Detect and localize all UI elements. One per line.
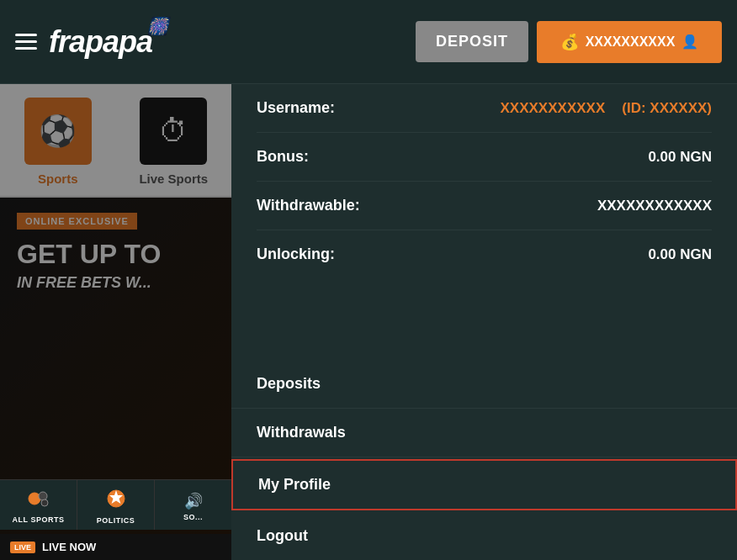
unlocking-label: Unlocking: — [257, 246, 335, 263]
svg-point-1 — [39, 492, 47, 500]
account-button[interactable]: 💰 XXXXXXXXXX 👤 — [537, 21, 722, 63]
category-tabs: ⚽ Sports ⏱ Live Sports — [0, 84, 231, 198]
promo-exclusive-label: ONLINE EXCLUSIVE — [17, 213, 137, 230]
user-info-section: Username: XXXXXXXXXXX (ID: XXXXXX) Bonus… — [231, 84, 737, 360]
sports-icon: ⚽ — [39, 114, 77, 149]
bonus-label: Bonus: — [257, 148, 309, 166]
tab-live-sports[interactable]: ⏱ Live Sports — [116, 84, 232, 196]
nav-so[interactable]: 🔊 SO... — [155, 480, 231, 530]
so-label: SO... — [183, 513, 203, 521]
so-icon: 🔊 — [184, 492, 203, 510]
unlocking-value: 0.00 NGN — [648, 246, 712, 263]
my-profile-menu-item[interactable]: My Profile — [231, 459, 737, 510]
live-sports-icon-wrap: ⏱ — [140, 98, 207, 165]
header-right: DEPOSIT 💰 XXXXXXXXXX 👤 — [416, 21, 722, 63]
deposits-menu-item[interactable]: Deposits — [231, 360, 737, 409]
promo-subtitle: IN FREE BETS W... — [17, 274, 215, 292]
nav-politics[interactable]: POLITICS — [77, 480, 155, 530]
bonus-row: Bonus: 0.00 NGN — [257, 133, 712, 182]
main-content: ⚽ Sports ⏱ Live Sports ONLINE EXCLUSIVE … — [0, 84, 737, 560]
username-row: Username: XXXXXXXXXXX (ID: XXXXXX) — [257, 84, 712, 133]
all-sports-icon — [28, 489, 50, 513]
live-now-text: LIVE NOW — [42, 541, 96, 553]
nav-all-sports[interactable]: ALL SPORTS — [0, 480, 77, 530]
live-badge: LIVE — [10, 542, 35, 553]
user-dropdown: Username: XXXXXXXXXXX (ID: XXXXXX) Bonus… — [231, 84, 737, 560]
header-left: frapapa 🎆 — [15, 24, 152, 60]
live-now-bar: LIVE LIVE NOW — [0, 534, 231, 560]
logo: frapapa 🎆 — [49, 24, 152, 60]
username-id: (ID: XXXXXX) — [622, 100, 712, 117]
tab-live-sports-label: Live Sports — [139, 172, 208, 186]
withdrawals-menu-item[interactable]: Withdrawals — [231, 409, 737, 457]
bottom-tabs: ALL SPORTS POLITICS 🔊 SO... — [0, 479, 231, 530]
tab-sports[interactable]: ⚽ Sports — [0, 84, 116, 196]
hamburger-menu[interactable] — [15, 34, 37, 50]
header: frapapa 🎆 DEPOSIT 💰 XXXXXXXXXX 👤 — [0, 0, 737, 84]
username-value: XXXXXXXXXXX — [501, 100, 606, 117]
logout-menu-item[interactable]: Logout — [231, 512, 737, 560]
logo-fireworks: 🎆 — [147, 16, 167, 36]
bonus-value: 0.00 NGN — [648, 149, 712, 166]
username-label: Username: — [257, 99, 335, 117]
deposit-button[interactable]: DEPOSIT — [416, 21, 528, 62]
unlocking-row: Unlocking: 0.00 NGN — [257, 230, 712, 278]
withdrawable-row: Withdrawable: XXXXXXXXXXXX — [257, 182, 712, 230]
withdrawable-label: Withdrawable: — [257, 197, 360, 214]
svg-point-2 — [41, 499, 48, 506]
promo-title: GET UP TO — [17, 240, 215, 269]
logo-text: frapapa — [49, 24, 152, 59]
account-icon: 💰 — [560, 33, 579, 51]
live-sports-icon: ⏱ — [158, 114, 188, 149]
account-label: XXXXXXXXXX — [586, 34, 676, 50]
withdrawable-value: XXXXXXXXXXXX — [597, 198, 712, 214]
sports-icon-wrap: ⚽ — [24, 98, 92, 165]
politics-label: POLITICS — [97, 516, 135, 525]
tab-sports-label: Sports — [38, 172, 78, 186]
username-value-pair: XXXXXXXXXXX (ID: XXXXXX) — [501, 100, 712, 117]
all-sports-label: ALL SPORTS — [13, 515, 65, 524]
account-avatar-icon: 👤 — [681, 34, 698, 50]
politics-icon — [106, 489, 126, 514]
